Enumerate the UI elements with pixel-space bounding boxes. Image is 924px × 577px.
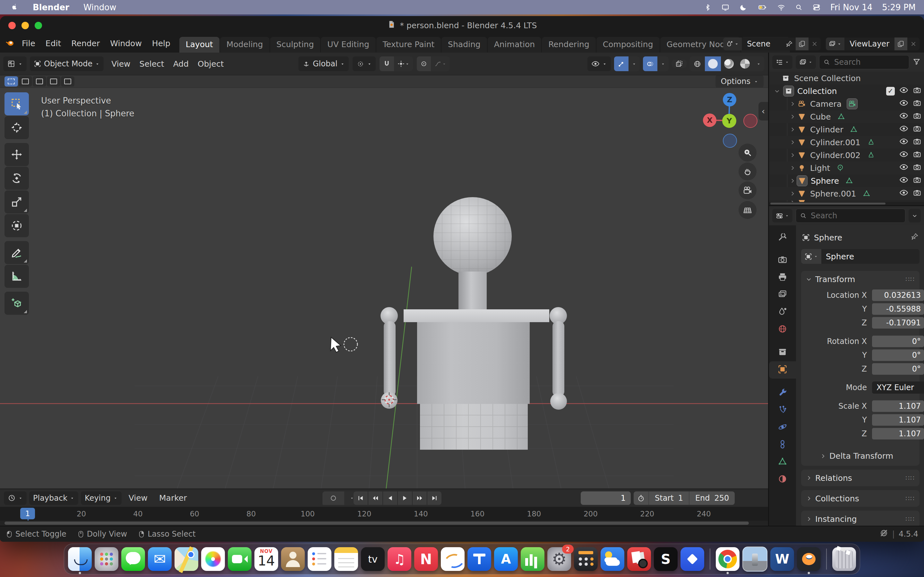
bluetooth-icon[interactable] — [704, 3, 712, 11]
mesh-data-icon[interactable] — [869, 150, 873, 160]
expand-icon[interactable] — [788, 126, 796, 133]
dock-app-trash[interactable] — [832, 547, 856, 571]
dock-app-apple-tv[interactable]: tv — [361, 547, 384, 571]
dock-app-notes[interactable] — [334, 547, 358, 571]
dock-app-photo-booth[interactable] — [627, 547, 651, 571]
dock-app-reminders[interactable] — [308, 547, 331, 571]
panel-relations[interactable]: Relations∷∷ — [801, 470, 919, 486]
current-frame-field[interactable]: 1 — [581, 492, 631, 505]
tool-measure-button[interactable] — [5, 265, 29, 288]
outliner-search-input[interactable] — [834, 57, 905, 67]
mesh-object-icon[interactable] — [796, 137, 807, 147]
auto-keying-toggle[interactable] — [322, 492, 344, 505]
focus-moon-icon[interactable] — [739, 3, 748, 11]
panel-grip-icon[interactable]: ∷∷ — [906, 515, 915, 523]
hide-in-viewport-icon[interactable] — [899, 85, 908, 97]
dock-app-mail[interactable]: ✉ — [148, 547, 172, 571]
next-keyframe-button[interactable] — [413, 492, 427, 505]
pin-scene-icon[interactable] — [783, 37, 796, 50]
shading-rendered-button[interactable] — [737, 56, 753, 71]
object-id-dropdown[interactable] — [801, 249, 821, 264]
pivot-point-dropdown[interactable] — [352, 56, 376, 71]
jump-to-end-button[interactable] — [427, 492, 441, 505]
transform-orientation-dropdown[interactable]: Global — [298, 56, 349, 71]
panel-grip-icon[interactable]: ∷∷ — [906, 474, 915, 482]
scene-selector[interactable]: Scene — [723, 37, 821, 50]
mesh-object-icon[interactable] — [796, 189, 807, 199]
properties-tab-output[interactable] — [769, 269, 796, 286]
properties-tab-particles[interactable] — [769, 402, 796, 419]
gizmo-dropdown[interactable] — [628, 56, 640, 71]
workspace-tab-layout[interactable]: Layout — [179, 37, 220, 53]
outliner-row-camera[interactable]: Camera — [769, 97, 924, 110]
number-field[interactable]: 0° — [872, 350, 924, 361]
workspace-tab-sculpting[interactable]: Sculpting — [270, 37, 320, 53]
hide-in-viewport-icon[interactable] — [899, 163, 908, 173]
properties-tab-collection[interactable] — [769, 344, 796, 361]
dock-app-chrome[interactable] — [716, 547, 740, 571]
dock-app-system-settings[interactable]: ⚙2 — [548, 547, 571, 571]
disable-in-renders-icon[interactable] — [913, 163, 921, 173]
select-mode-intersect[interactable] — [61, 76, 74, 87]
timeline-marker-menu[interactable]: Marker — [155, 493, 191, 503]
play-reverse-button[interactable] — [383, 492, 397, 505]
select-mode-invert[interactable] — [47, 76, 60, 87]
overlays-dropdown[interactable] — [657, 56, 669, 71]
outliner-filter-icon[interactable] — [913, 57, 921, 67]
keying-menu[interactable]: Keying — [81, 492, 121, 505]
menubar-date[interactable]: Fri Nov 14 — [830, 3, 872, 12]
gizmo-x-neg-axis[interactable] — [743, 114, 758, 128]
delta-transform-panel-header[interactable]: Delta Transform — [801, 448, 919, 466]
mode-dropdown[interactable]: Object Mode — [30, 56, 103, 71]
outliner-row-light[interactable]: Light — [769, 161, 924, 174]
viewport-menu-object[interactable]: Object — [193, 59, 228, 69]
topbar-menu-window[interactable]: Window — [105, 37, 146, 49]
frame-start-field[interactable]: Start1 — [648, 492, 689, 505]
panel-grip-icon[interactable]: ∷∷ — [906, 495, 915, 502]
tool-move-button[interactable] — [5, 143, 29, 166]
outliner-editor-type-dropdown[interactable] — [772, 55, 792, 69]
control-center-icon[interactable] — [813, 3, 821, 11]
timeline-view-menu[interactable]: View — [124, 493, 152, 503]
shading-wireframe-button[interactable] — [690, 56, 705, 71]
disable-in-renders-icon[interactable] — [913, 176, 921, 186]
topbar-menu-help[interactable]: Help — [148, 37, 175, 49]
collection-checkbox[interactable]: ✓ — [886, 87, 895, 95]
properties-tab-view-layer[interactable] — [769, 286, 796, 303]
apple-menu-icon[interactable] — [10, 3, 19, 12]
menubar-time[interactable]: 5:29 PM — [882, 3, 916, 12]
dock-app-launchpad[interactable] — [95, 547, 118, 571]
show-gizmo-toggle[interactable] — [614, 56, 628, 71]
outliner-row-cube[interactable]: Cube — [769, 110, 924, 123]
disable-in-renders-icon[interactable] — [913, 189, 921, 199]
mesh-object-icon[interactable] — [796, 111, 807, 122]
number-field[interactable]: -0.55988 — [872, 303, 924, 315]
viewport-menu-add[interactable]: Add — [169, 59, 193, 69]
sidebar-toggle[interactable]: ‹ — [758, 102, 768, 121]
properties-tab-physics[interactable] — [769, 419, 796, 436]
timeline-editor-type-dropdown[interactable] — [4, 492, 27, 505]
dock-app-contacts[interactable] — [281, 547, 305, 571]
mesh-data-icon[interactable] — [861, 189, 872, 199]
close-window-button[interactable] — [8, 22, 16, 29]
tool-transform-button[interactable] — [5, 214, 29, 237]
disable-in-renders-icon[interactable] — [913, 137, 921, 148]
disable-in-renders-icon[interactable] — [913, 86, 921, 97]
options-dropdown[interactable]: Options — [716, 75, 764, 88]
zoom-window-button[interactable] — [35, 22, 42, 29]
light-data-icon[interactable] — [835, 163, 845, 173]
disable-in-renders-icon[interactable] — [913, 111, 921, 122]
workspace-tab-compositing[interactable]: Compositing — [596, 37, 660, 53]
proportional-falloff-dropdown[interactable] — [431, 56, 450, 71]
tool-select-box-button[interactable] — [5, 92, 29, 115]
viewport-3d[interactable]: User Perspective (1) Collection | Sphere… — [0, 88, 768, 488]
number-field[interactable]: -0.17091 — [872, 317, 924, 329]
camera-object-icon[interactable] — [796, 99, 807, 109]
playhead[interactable]: 1 — [20, 508, 35, 519]
select-mode-extend[interactable] — [19, 76, 32, 87]
expand-icon[interactable] — [788, 152, 796, 158]
expand-icon[interactable] — [788, 113, 796, 120]
dock-app-blender[interactable] — [797, 547, 821, 571]
properties-tab-object-data[interactable] — [769, 454, 796, 471]
properties-tab-tool[interactable] — [769, 229, 796, 246]
